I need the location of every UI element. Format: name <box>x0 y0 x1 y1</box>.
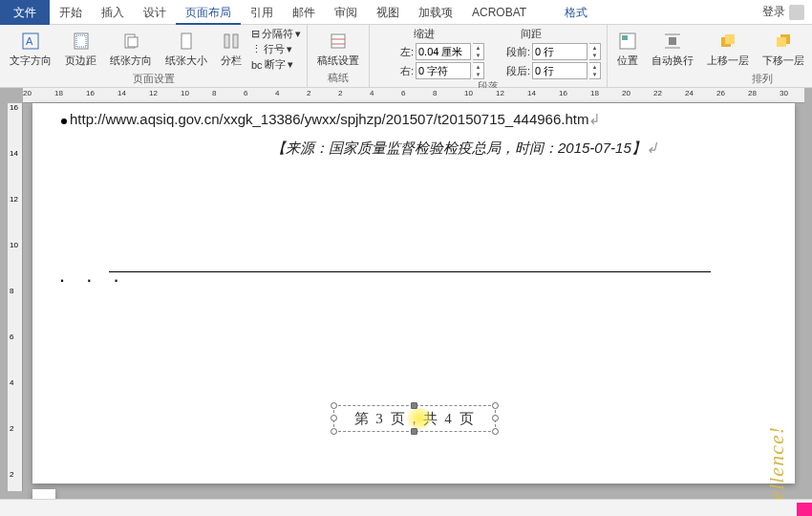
tab-format[interactable]: 格式 <box>555 0 597 25</box>
orientation-icon <box>120 31 141 52</box>
text-direction-button[interactable]: A 文字方向 <box>6 29 55 70</box>
tab-file[interactable]: 文件 <box>0 0 50 25</box>
tab-review[interactable]: 审阅 <box>325 0 367 25</box>
source-text: 【来源：国家质量监督检验检疫总局，时间：2015-07-15】↲ <box>271 140 658 158</box>
line-numbers-button[interactable]: ⋮行号 ▾ <box>251 42 301 56</box>
svg-rect-18 <box>725 34 735 44</box>
indent-right-stepper[interactable]: ▲▼ <box>473 62 484 79</box>
wrap-icon <box>662 31 683 52</box>
spacing-after: 段后: ▲▼ <box>492 62 601 79</box>
watermark-text: We Assure Your Excellence! <box>764 426 789 499</box>
menu-bar: 文件 开始 插入 设计 页面布局 引用 邮件 审阅 视图 加载项 ACROBAT… <box>0 0 812 25</box>
login-label: 登录 <box>762 4 785 20</box>
tab-page-layout[interactable]: 页面布局 <box>176 0 241 25</box>
vertical-ruler[interactable]: 1614121086422 <box>8 103 23 491</box>
indent-right: 右: ▲▼ <box>375 62 484 79</box>
avatar-icon <box>789 5 804 20</box>
send-backward-icon <box>773 31 794 52</box>
resize-handle[interactable] <box>331 415 337 421</box>
footer-text-box[interactable]: 第 3 页，共 4 页 <box>333 405 496 432</box>
spacing-before: 段前: ▲▼ <box>492 43 601 60</box>
tab-addins[interactable]: 加载项 <box>409 0 462 25</box>
login-button[interactable]: 登录 <box>755 4 812 20</box>
pink-indicator <box>797 503 812 516</box>
svg-rect-9 <box>331 34 345 48</box>
svg-rect-14 <box>669 37 676 45</box>
tab-design[interactable]: 设计 <box>134 0 176 25</box>
cursor-highlight <box>407 408 432 429</box>
tab-references[interactable]: 引用 <box>241 0 283 25</box>
resize-handle[interactable] <box>331 402 337 409</box>
svg-text:A: A <box>26 35 33 47</box>
url-text: http://www.aqsiq.gov.cn/xxgk_13386/ywxx/… <box>61 111 601 128</box>
breaks-button[interactable]: ⊟分隔符 ▾ <box>251 27 301 41</box>
horizontal-rule <box>109 271 711 272</box>
hyphenation-button[interactable]: bc断字 ▾ <box>251 57 301 72</box>
tab-acrobat[interactable]: ACROBAT <box>462 0 536 25</box>
indent-title: 缩进 <box>414 27 435 41</box>
resize-handle[interactable] <box>331 428 337 435</box>
spacing-title: 间距 <box>521 27 542 41</box>
margins-button[interactable]: 页边距 <box>61 29 100 70</box>
tab-view[interactable]: 视图 <box>367 0 409 25</box>
columns-button[interactable]: 分栏 <box>217 29 246 70</box>
columns-icon <box>221 31 242 52</box>
send-backward-button[interactable]: 下移一层 <box>759 29 808 70</box>
bring-forward-button[interactable]: 上移一层 <box>703 29 753 70</box>
resize-handle[interactable] <box>411 428 417 435</box>
horizontal-ruler[interactable]: 2018161412108642246810121416182022242628… <box>23 88 804 103</box>
svg-rect-6 <box>182 33 191 49</box>
document-area: 2018161412108642246810121416182022242628… <box>0 88 812 499</box>
group-page-setup: A 文字方向 页边距 纸张方向 纸张大小 分栏 ⊟分隔符 ▾ ⋮行号 ▾ <box>0 25 308 87</box>
ribbon: A 文字方向 页边距 纸张方向 纸张大小 分栏 ⊟分隔符 ▾ ⋮行号 ▾ <box>0 25 812 88</box>
svg-rect-5 <box>128 37 138 47</box>
svg-rect-7 <box>224 34 229 48</box>
orientation-button[interactable]: 纸张方向 <box>106 29 156 70</box>
spacing-before-stepper[interactable]: ▲▼ <box>589 43 601 60</box>
manuscript-button[interactable]: 稿纸设置 <box>313 29 363 70</box>
margins-icon <box>71 31 92 52</box>
resize-handle[interactable] <box>492 402 499 409</box>
group-label-manuscript: 稿纸 <box>313 71 363 87</box>
resize-handle[interactable] <box>492 415 499 421</box>
tab-mailings[interactable]: 邮件 <box>283 0 325 25</box>
position-icon <box>617 31 638 52</box>
document-page[interactable]: http://www.aqsiq.gov.cn/xxgk_13386/ywxx/… <box>32 103 795 484</box>
spacing-after-stepper[interactable]: ▲▼ <box>589 62 601 79</box>
svg-rect-8 <box>233 34 238 48</box>
size-icon <box>176 31 197 52</box>
group-arrange: 位置 自动换行 上移一层 下移一层 选择窗格 ⫟对齐 ▾ ⧉组合 ▾ ⟳旋转 ▾… <box>608 25 812 87</box>
size-button[interactable]: 纸张大小 <box>161 29 211 70</box>
next-page-peek <box>32 489 55 499</box>
tab-home[interactable]: 开始 <box>50 0 92 25</box>
group-label-page-setup: 页面设置 <box>6 72 301 88</box>
group-label-arrange: 排列 <box>613 72 812 88</box>
spacing-after-input[interactable] <box>532 62 588 79</box>
line-numbers-icon: ⋮ <box>251 43 262 55</box>
resize-handle[interactable] <box>411 402 417 409</box>
manuscript-icon <box>328 31 349 52</box>
breaks-icon: ⊟ <box>251 28 260 40</box>
svg-rect-13 <box>622 35 628 40</box>
svg-rect-20 <box>777 37 786 47</box>
spacing-before-input[interactable] <box>532 43 588 60</box>
resize-handle[interactable] <box>492 428 499 435</box>
group-manuscript: 稿纸设置 稿纸 <box>308 25 370 87</box>
group-paragraph: 缩进 间距 左: ▲▼ 段前: ▲▼ <box>370 25 608 87</box>
indent-left-stepper[interactable]: ▲▼ <box>473 43 484 60</box>
wrap-button[interactable]: 自动换行 <box>648 29 697 70</box>
text-direction-icon: A <box>20 31 41 52</box>
position-button[interactable]: 位置 <box>613 29 642 70</box>
indent-left-input[interactable] <box>416 43 471 60</box>
status-bar <box>0 499 812 516</box>
bring-forward-icon <box>717 31 738 52</box>
indent-left: 左: ▲▼ <box>375 43 484 60</box>
tab-insert[interactable]: 插入 <box>92 0 134 25</box>
indent-right-input[interactable] <box>416 62 471 79</box>
hyphenation-icon: bc <box>251 59 263 71</box>
